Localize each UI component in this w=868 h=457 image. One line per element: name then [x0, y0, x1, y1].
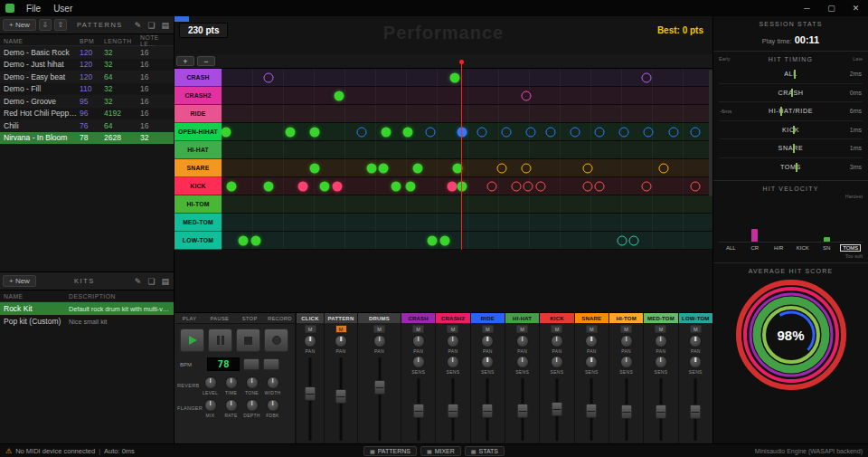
mute-button-crash2[interactable]: M: [447, 325, 458, 333]
bpm-down-button[interactable]: [243, 358, 259, 370]
pan-knob-kick[interactable]: [551, 335, 563, 348]
note-up[interactable]: [644, 127, 654, 137]
lane-label-hi-hat[interactable]: HI-HAT: [175, 141, 222, 159]
record-button[interactable]: [264, 328, 288, 352]
pattern-list-icon[interactable]: ▤: [159, 21, 171, 30]
fader-handle-hi-hat[interactable]: [516, 404, 528, 418]
note-hit[interactable]: [310, 163, 320, 173]
pan-knob-drums[interactable]: [373, 335, 386, 348]
note-hit[interactable]: [310, 127, 320, 137]
new-kit-button[interactable]: + New: [3, 275, 36, 287]
sens-knob-low-tom[interactable]: [689, 356, 702, 368]
pan-knob-hi-hat[interactable]: [516, 335, 529, 348]
sens-knob-med-tom[interactable]: [655, 356, 667, 368]
pattern-row-demo-basic-rock[interactable]: Demo - Basic Rock1203216: [0, 46, 174, 59]
stats-view-button[interactable]: ▦STATS: [465, 446, 505, 456]
sens-knob-ride[interactable]: [481, 356, 494, 368]
note-up[interactable]: [641, 72, 651, 82]
reverb-width-knob[interactable]: [267, 376, 279, 389]
lane-track-hi-hat[interactable]: [222, 141, 712, 159]
note-hit[interactable]: [440, 235, 450, 245]
kit-list-icon[interactable]: ▤: [159, 277, 171, 286]
velocity-label-sn[interactable]: SN: [820, 244, 833, 252]
pan-knob-crash[interactable]: [412, 335, 425, 348]
duplicate-kit-icon[interactable]: ❏: [146, 277, 156, 286]
note-up[interactable]: [535, 181, 545, 191]
note-up[interactable]: [526, 127, 536, 137]
note-hit[interactable]: [320, 181, 330, 191]
lane-track-snare[interactable]: [222, 159, 712, 177]
note-up[interactable]: [486, 181, 496, 191]
flanger-depth-knob[interactable]: [246, 399, 259, 412]
pattern-row-demo-just-hihat[interactable]: Demo - Just hihat1203216: [0, 59, 174, 71]
fader-handle-low-tom[interactable]: [690, 405, 702, 419]
velocity-label-cr[interactable]: CR: [748, 244, 761, 252]
note-up[interactable]: [641, 181, 651, 191]
note-active[interactable]: [458, 127, 467, 137]
note-up[interactable]: [619, 127, 629, 137]
note-up[interactable]: [524, 181, 533, 191]
zoom-in-button[interactable]: +: [176, 56, 194, 66]
lane-track-crash2[interactable]: [222, 87, 712, 105]
fader-handle-hi-tom[interactable]: [620, 405, 632, 419]
lane-track-ride[interactable]: [222, 105, 712, 123]
velocity-label-all[interactable]: ALL: [723, 244, 739, 252]
mute-button-snare[interactable]: M: [586, 325, 598, 333]
note-hit[interactable]: [366, 163, 376, 173]
note-hit[interactable]: [222, 127, 231, 137]
velocity-label-h-r[interactable]: H/R: [771, 244, 786, 252]
lane-label-hi-tom[interactable]: HI-TOM: [175, 195, 222, 214]
kit-row-pop-kit-custom-[interactable]: Pop kit (Custom)Nice small kit: [0, 315, 174, 328]
mute-button-crash[interactable]: M: [412, 325, 424, 333]
zoom-out-button[interactable]: −: [197, 56, 215, 66]
pan-knob-pattern[interactable]: [335, 335, 347, 348]
menu-file[interactable]: File: [20, 4, 47, 14]
lane-label-crash[interactable]: CRASH: [175, 69, 222, 87]
lane-track-low-tom[interactable]: [222, 232, 712, 250]
note-up[interactable]: [690, 127, 700, 137]
note-hit[interactable]: [335, 90, 344, 100]
note-up[interactable]: [617, 235, 627, 245]
sens-knob-kick[interactable]: [551, 356, 563, 368]
note-up[interactable]: [629, 235, 639, 245]
duplicate-pattern-icon[interactable]: ❏: [146, 21, 156, 30]
note-hit[interactable]: [251, 235, 261, 245]
velocity-label-kick[interactable]: KICK: [794, 244, 812, 252]
pattern-row-nirvana-in-bloom[interactable]: Nirvana - In Bloom78262832: [0, 132, 174, 145]
pan-knob-med-tom[interactable]: [655, 335, 667, 348]
note-hit[interactable]: [379, 163, 389, 173]
note-hit[interactable]: [286, 127, 296, 137]
export-pattern-icon[interactable]: ⇩: [39, 19, 52, 31]
lane-track-med-tom[interactable]: [222, 214, 712, 232]
note-up[interactable]: [521, 163, 531, 173]
fader-handle-click[interactable]: [305, 386, 316, 401]
fader-handle-ride[interactable]: [482, 404, 494, 418]
lane-label-open-hihat[interactable]: OPEN-HIHAT: [175, 123, 222, 141]
fader-handle-snare[interactable]: [586, 404, 598, 418]
pattern-row-demo-easy-beat[interactable]: Demo - Easy beat1206416: [0, 71, 174, 83]
flanger-mix-knob[interactable]: [204, 399, 217, 412]
note-up[interactable]: [356, 127, 366, 137]
reverb-time-knob[interactable]: [225, 376, 238, 389]
pattern-row-demo-fill[interactable]: Demo - Fill1103216: [0, 83, 174, 96]
pattern-row-chili[interactable]: Chili766416: [0, 119, 174, 132]
reverb-level-knob[interactable]: [204, 376, 217, 389]
velocity-label-toms[interactable]: TOMS: [840, 244, 861, 252]
note-up[interactable]: [501, 127, 511, 137]
note-up[interactable]: [582, 181, 592, 191]
note-up[interactable]: [496, 163, 506, 173]
pause-button[interactable]: [208, 328, 232, 352]
pan-knob-hi-tom[interactable]: [620, 335, 633, 348]
mute-button-pattern[interactable]: M: [335, 325, 347, 333]
note-up[interactable]: [263, 72, 273, 82]
maximize-button[interactable]: ▢: [819, 0, 844, 16]
edit-pattern-icon[interactable]: ✎: [133, 21, 144, 30]
note-miss[interactable]: [297, 181, 307, 191]
note-up[interactable]: [595, 127, 605, 137]
note-up[interactable]: [668, 127, 678, 137]
sens-knob-hi-hat[interactable]: [516, 356, 529, 368]
note-up[interactable]: [511, 181, 521, 191]
edit-kit-icon[interactable]: ✎: [133, 277, 144, 286]
playhead[interactable]: [461, 60, 462, 250]
fader-handle-kick[interactable]: [551, 402, 562, 416]
